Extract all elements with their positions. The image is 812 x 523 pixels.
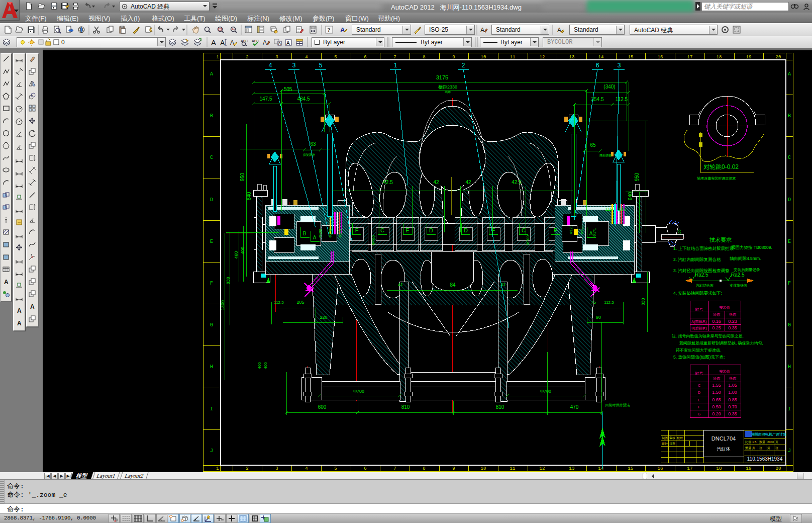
svg-text:0.70: 0.70 (728, 404, 737, 409)
svg-text:400: 400 (263, 362, 268, 369)
svg-text:42: 42 (433, 180, 439, 185)
svg-text:Φ171: Φ171 (593, 228, 596, 236)
svg-text:1:5: 1:5 (752, 441, 757, 444)
svg-text:3: 3 (275, 55, 278, 60)
svg-text:505: 505 (284, 86, 292, 92)
svg-text:5: 5 (334, 55, 337, 60)
svg-text:制图: 制图 (662, 437, 668, 440)
svg-text:147.5: 147.5 (259, 96, 272, 102)
svg-text:C: C (380, 227, 384, 233)
svg-text:5: 5 (334, 466, 337, 471)
svg-text:13: 13 (569, 466, 575, 471)
svg-text:C: C (522, 227, 526, 233)
svg-text:H: H (788, 364, 791, 370)
svg-text:19: 19 (746, 55, 752, 60)
svg-text:张: 张 (759, 447, 762, 450)
svg-text:I: I (210, 406, 213, 412)
svg-text:484.5: 484.5 (297, 96, 310, 102)
svg-text:汽缸结合面: 汽缸结合面 (696, 284, 714, 288)
svg-text:600: 600 (318, 404, 327, 410)
svg-text:E: E (698, 398, 700, 402)
svg-text:均布: 均布 (444, 91, 451, 94)
svg-text:轴承压盖安装时调正把紧: 轴承压盖安装时调正把紧 (697, 177, 736, 181)
svg-text:湖州南浔电机厂设计院: 湖州南浔电机厂设计院 (751, 432, 786, 437)
svg-text:17: 17 (687, 466, 693, 471)
svg-text:E: E (405, 227, 409, 233)
svg-text:F: F (698, 405, 700, 409)
svg-text:90: 90 (596, 315, 601, 320)
svg-text:65: 65 (590, 142, 596, 148)
svg-text:400: 400 (240, 246, 245, 254)
svg-text:15: 15 (628, 55, 634, 60)
svg-text:1.80: 1.80 (728, 390, 737, 395)
svg-text:热态: 热态 (729, 377, 736, 380)
svg-text:7: 7 (393, 466, 396, 471)
svg-text:横距2330: 横距2330 (438, 84, 457, 90)
svg-text:注. 括号内数值为轴承座与垫铁间隙之差,: 注. 括号内数值为轴承座与垫铁间隙之差, (671, 334, 744, 338)
svg-text:D: D (210, 197, 213, 203)
svg-text:0.50: 0.50 (712, 404, 721, 409)
svg-text:0.25: 0.25 (712, 325, 721, 330)
svg-text:16: 16 (658, 55, 663, 60)
svg-text:830: 830 (226, 277, 231, 284)
svg-text:112.5: 112.5 (604, 300, 614, 305)
svg-text:810: 810 (496, 404, 504, 410)
svg-text:119: 119 (605, 207, 613, 212)
svg-text:(340): (340) (603, 84, 615, 90)
svg-text:10: 10 (481, 55, 486, 60)
svg-text:数量: 数量 (759, 441, 765, 444)
svg-text:460: 460 (257, 362, 262, 369)
svg-text:14: 14 (598, 466, 604, 471)
svg-text:页: 页 (775, 441, 778, 444)
svg-text:轴向间隙4.5mm.: 轴向间隙4.5mm. (730, 256, 761, 261)
svg-text:冷态: 冷态 (713, 313, 720, 317)
svg-text:4: 4 (305, 55, 308, 60)
svg-text:C: C (210, 155, 213, 160)
svg-text:G: G (698, 412, 700, 416)
svg-text:B: B (303, 231, 307, 236)
svg-text:D: D (429, 227, 433, 233)
svg-text:0.85: 0.85 (728, 397, 737, 402)
svg-text:Φ120: Φ120 (319, 229, 322, 237)
svg-text:41: 41 (398, 282, 403, 287)
svg-text:3: 3 (292, 62, 296, 69)
svg-text:比例: 比例 (745, 441, 751, 444)
svg-text:安装值: 安装值 (720, 306, 730, 309)
svg-text:F: F (554, 227, 557, 233)
svg-text:热态: 热态 (729, 313, 736, 316)
svg-text:缸号: 缸号 (695, 307, 703, 312)
svg-text:470: 470 (570, 404, 579, 410)
svg-text:112.5: 112.5 (274, 300, 284, 305)
svg-text:Φ700: Φ700 (540, 389, 551, 394)
svg-text:G: G (210, 322, 213, 328)
svg-text:待不变生间隙大于标准值.: 待不变生间隙大于标准值. (676, 348, 721, 353)
svg-text:63: 63 (310, 141, 316, 147)
svg-text:2: 2 (246, 466, 248, 471)
svg-text:640: 640 (246, 192, 252, 200)
svg-text:Φ700: Φ700 (353, 389, 364, 394)
svg-text:日期: 日期 (669, 442, 675, 446)
svg-text:汽缸体: 汽缸体 (717, 447, 731, 452)
svg-text:0.35: 0.35 (728, 411, 737, 416)
svg-text:13: 13 (569, 55, 575, 60)
svg-text:I: I (788, 406, 791, 412)
svg-text:A: A (788, 71, 791, 77)
svg-text:Φ120: Φ120 (569, 225, 573, 234)
svg-text:对轮跳0-0.02: 对轮跳0-0.02 (703, 163, 739, 170)
svg-text:Φ171: Φ171 (339, 229, 342, 237)
svg-text:15: 15 (628, 466, 634, 471)
svg-text:1300: 1300 (220, 300, 225, 310)
svg-text:1.85: 1.85 (728, 383, 737, 388)
svg-text:106: 106 (618, 207, 626, 212)
svg-text:B(后轴承): B(后轴承) (691, 326, 706, 330)
svg-text:19: 19 (746, 466, 752, 471)
svg-text:紧固力矩按 TB08009.: 紧固力矩按 TB08009. (731, 245, 772, 250)
svg-text:112.5: 112.5 (616, 97, 628, 102)
svg-text:1. 上下缸结合面涂密封胶后把紧: 1. 上下缸结合面涂密封胶后把紧 (673, 246, 734, 251)
svg-text:0.16: 0.16 (712, 319, 721, 324)
svg-text:2006: 2006 (767, 441, 774, 444)
svg-text:18: 18 (717, 466, 722, 471)
svg-text:5: 5 (319, 62, 323, 69)
svg-text:B: B (788, 113, 791, 119)
svg-text:220: 220 (320, 315, 327, 320)
